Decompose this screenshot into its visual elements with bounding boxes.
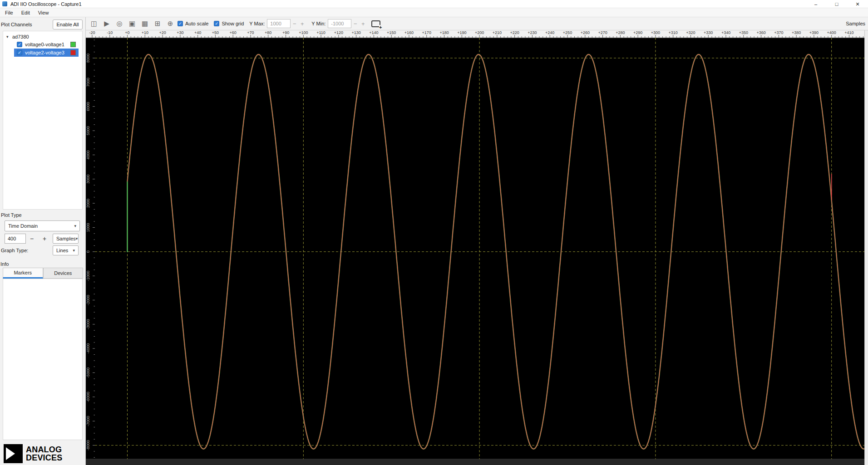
svg-text:7000: 7000 [86,78,90,87]
sample-count-decrement-button[interactable]: − [26,234,37,244]
ymax-decrement-button[interactable]: − [291,20,298,27]
adi-triangle-logo-icon [4,444,23,463]
svg-text:1000: 1000 [86,223,90,232]
svg-text:+330: +330 [704,30,713,35]
graph-type-dropdown[interactable]: Lines ▾ [53,245,79,255]
grid-view-icon[interactable]: ▦ [139,20,150,28]
svg-text:+250: +250 [563,30,572,35]
tab-markers[interactable]: Markers [3,268,43,279]
ymin-increment-button[interactable]: + [359,20,367,27]
play-icon[interactable]: ▶ [101,20,112,28]
collapse-arrow-icon[interactable]: ▾ [6,34,12,39]
svg-text:+360: +360 [756,30,765,35]
svg-text:-1000: -1000 [86,271,90,281]
channel-color-swatch[interactable] [70,50,76,55]
svg-text:-3000: -3000 [86,319,90,329]
menu-edit[interactable]: Edit [17,9,34,16]
ymax-input[interactable]: 1000 [267,19,291,28]
plot-type-dropdown[interactable]: Time Domain ▾ [5,220,80,231]
sample-unit-value: Samples [56,236,76,241]
capture-loop-icon[interactable]: ◎ [114,20,125,28]
channel-label: voltage0-voltage1 [25,42,64,47]
toolbar-icons: ◫▶◎▣▦⊞⊕ [89,20,176,28]
svg-text:+0: +0 [125,30,129,35]
plot-type-value: Time Domain [8,223,38,229]
capture-windows-icon[interactable]: ◫ [89,20,99,28]
svg-text:+130: +130 [351,30,360,35]
maximize-button[interactable]: □ [826,0,847,8]
toolbar: ◫▶◎▣▦⊞⊕ ✓ Auto scale ✓ Show grid Y Max: … [86,17,868,30]
channel-checkbox[interactable]: ✓ [17,50,22,55]
sample-count-input[interactable]: 400 [5,234,26,244]
chevron-down-icon: ▾ [76,236,78,241]
info-heading: Info [0,261,9,267]
snapshot-icon[interactable]: ▣ [127,20,138,28]
ymax-increment-button[interactable]: + [298,20,306,27]
svg-text:-20: -20 [89,30,95,35]
svg-text:+290: +290 [633,30,642,35]
chevron-down-icon: ▾ [73,248,75,253]
autoscale-checkbox[interactable]: ✓ [178,21,183,26]
autoscale-toggle[interactable]: ✓ Auto scale [178,21,208,26]
channel-label: voltage2-voltage3 [25,50,64,55]
svg-text:+70: +70 [247,30,254,35]
plot-hscrollbar[interactable] [86,459,864,465]
chevron-down-icon: ▾ [74,224,76,228]
oscilloscope-plot[interactable]: -20-10+0+10+20+30+40+50+60+70+80+90+100+… [86,30,864,465]
sample-unit-dropdown[interactable]: Samples ▾ [53,234,79,244]
svg-text:+60: +60 [230,30,237,35]
menu-file[interactable]: File [1,9,17,16]
add-grid-icon[interactable]: ⊞ [152,20,163,28]
svg-text:+180: +180 [439,30,449,35]
x-axis-unit-label: Samples [846,21,865,26]
sidebar: Plot Channels Enable All ▾ ad7380 ✓ volt… [0,17,86,465]
channel-row[interactable]: ✓ voltage2-voltage3 [14,49,79,57]
svg-text:+200: +200 [475,30,484,35]
sample-count-increment-button[interactable]: + [39,234,50,244]
svg-text:+280: +280 [616,30,625,35]
svg-text:+340: +340 [721,30,730,35]
pan-tool-icon[interactable]: ⊕ [165,20,176,28]
svg-text:5000: 5000 [86,126,90,135]
svg-text:+30: +30 [177,30,183,35]
ymin-label: Y Min: [311,21,326,26]
app-window: ADI IIO Oscilloscope - Capture1 – □ × Fi… [0,0,868,465]
svg-text:+170: +170 [422,30,431,35]
svg-text:+240: +240 [545,30,554,35]
tab-devices[interactable]: Devices [43,268,84,279]
svg-text:+300: +300 [651,30,660,35]
svg-text:+160: +160 [404,30,414,35]
svg-text:4000: 4000 [86,150,90,159]
svg-text:8000: 8000 [86,54,90,63]
channel-color-swatch[interactable] [70,42,76,47]
svg-text:-5000: -5000 [86,367,90,378]
svg-text:6000: 6000 [86,102,90,111]
svg-text:+150: +150 [387,30,396,35]
add-display-icon[interactable]: + [371,20,380,27]
showgrid-checkbox[interactable]: ✓ [214,21,219,26]
ymax-label: Y Max: [249,21,265,26]
svg-text:+140: +140 [369,30,378,35]
device-group-row[interactable]: ▾ ad7380 [3,33,82,40]
svg-text:+190: +190 [457,30,466,35]
minimize-button[interactable]: – [805,0,826,8]
ymin-decrement-button[interactable]: − [351,20,359,27]
showgrid-toggle[interactable]: ✓ Show grid [214,21,244,26]
plot-vertical-scrollbar[interactable] [864,30,868,465]
svg-text:2000: 2000 [86,199,90,208]
plot-channels-heading: Plot Channels [1,22,32,27]
menubar: File Edit View [0,8,868,17]
ymin-input[interactable]: -1000 [328,19,351,28]
svg-text:+320: +320 [686,30,695,35]
channel-row[interactable]: ✓ voltage0-voltage1 [3,40,82,49]
svg-text:+390: +390 [809,30,819,35]
channel-checkbox[interactable]: ✓ [17,42,22,47]
enable-all-button[interactable]: Enable All [53,20,83,29]
svg-text:-2000: -2000 [86,295,90,305]
analog-devices-logo: ANALOG DEVICES [4,444,62,463]
svg-text:+370: +370 [774,30,783,35]
close-button[interactable]: × [847,0,868,8]
menu-view[interactable]: View [34,9,53,16]
svg-text:+40: +40 [194,30,201,35]
svg-text:+270: +270 [598,30,607,35]
